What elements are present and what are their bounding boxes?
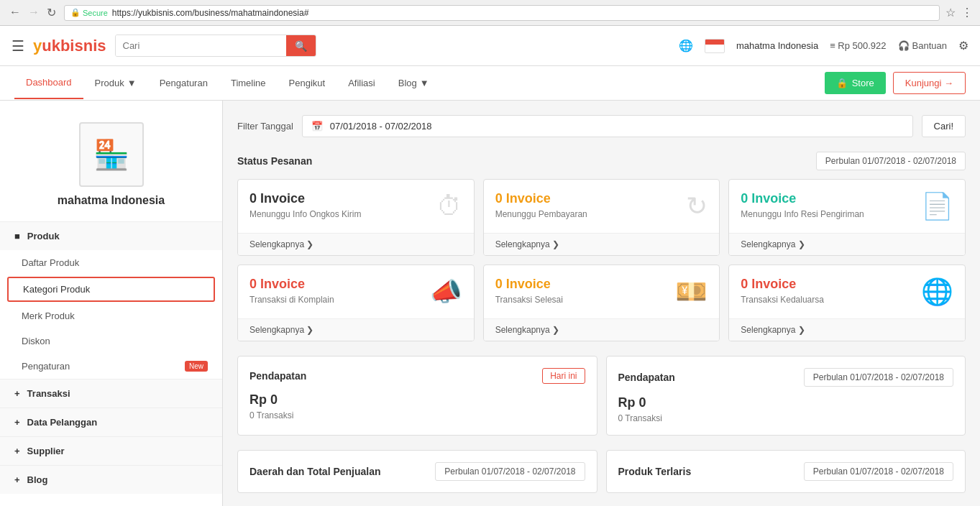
visit-button[interactable]: Kunjungi →	[893, 72, 966, 94]
minus-icon: ■	[14, 231, 20, 242]
back-icon[interactable]: ←	[7, 6, 23, 19]
sidebar-transaksi-label: Transaksi	[27, 388, 70, 399]
invoice-footer-4[interactable]: Selengkapnya ❯	[238, 318, 474, 341]
store-profile: 🏪 mahatma Indonesia	[0, 115, 222, 221]
invoice-count-6: 0 Invoice	[741, 277, 824, 292]
help-link[interactable]: 🎧 Bantuan	[898, 40, 947, 51]
main-content: Filter Tanggal 📅 07/01/2018 - 07/02/2018…	[223, 101, 980, 506]
sidebar-item-daftar-produk[interactable]: Daftar Produk	[0, 250, 222, 275]
nav-pengaturan[interactable]: Pengaturan	[148, 68, 219, 98]
invoice-card-pembayaran: 0 Invoice Menunggu Pembayaran ↻ Selengka…	[483, 179, 720, 256]
invoice-footer-3[interactable]: Selengkapnya ❯	[729, 233, 965, 255]
sidebar-section-supplier: + Supplier	[0, 436, 222, 465]
nav-action-buttons: 🔒 Store Kunjungi →	[825, 72, 966, 94]
logo[interactable]: yukbisnis	[33, 37, 106, 55]
sidebar-section-blog: + Blog	[0, 465, 222, 494]
nav-dashboard[interactable]: Dashboard	[14, 67, 83, 99]
revenue-today-amount: Rp 0	[249, 392, 585, 408]
invoice-desc-6: Transaksi Kedaluarsa	[741, 295, 824, 305]
sidebar-blog-header[interactable]: + Blog	[0, 466, 222, 494]
sidebar-supplier-header[interactable]: + Supplier	[0, 437, 222, 465]
invoice-card-ongkos-kirim: 0 Invoice Menunggu Info Ongkos Kirim ⏱ S…	[237, 179, 475, 256]
sidebar-pelanggan-header[interactable]: + Data Pelanggan	[0, 408, 222, 436]
invoice-count-3: 0 Invoice	[741, 191, 864, 206]
invoice-desc-3: Menunggu Info Resi Pengiriman	[741, 209, 864, 219]
sidebar-pelanggan-label: Data Pelanggan	[27, 417, 98, 428]
nav-pengikut[interactable]: Pengikut	[278, 68, 337, 98]
url-text: https://yukbisnis.com/business/mahatmain…	[112, 8, 308, 18]
revenue-today-title: Pendapatan	[249, 370, 306, 382]
sidebar-section-transaksi: + Transaksi	[0, 379, 222, 408]
browser-icons[interactable]: ☆ ⋮	[945, 6, 973, 19]
revenue-today-card: Pendapatan Hari ini Rp 0 0 Transaksi	[237, 356, 597, 436]
forward-icon[interactable]: →	[26, 6, 42, 19]
new-badge: New	[185, 361, 208, 372]
hamburger-icon[interactable]: ☰	[12, 37, 24, 55]
address-bar[interactable]: 🔒 Secure https://yukbisnis.com/business/…	[64, 5, 940, 21]
sidebar-item-merk-produk[interactable]: Merk Produk	[0, 303, 222, 328]
globe-icon[interactable]: 🌐	[679, 39, 693, 52]
refresh-icon: ↻	[686, 191, 707, 221]
logo-text: yukbisnis	[33, 37, 106, 55]
search-bar[interactable]: 🔍	[115, 34, 316, 57]
produk-terlaris-title: Produk Terlaris	[618, 466, 692, 477]
sidebar-store-name: mahatma Indonesia	[58, 194, 165, 207]
logo-rest: ukbisnis	[42, 37, 106, 55]
sidebar-item-kategori-produk[interactable]: Kategori Produk	[7, 277, 215, 302]
date-range-input[interactable]: 📅 07/01/2018 - 07/02/2018	[302, 115, 913, 137]
navbar-right: 🌐 mahatma Indonesia ≡ Rp 500.922 🎧 Bantu…	[679, 39, 968, 53]
revenue-monthly-amount: Rp 0	[618, 395, 954, 410]
sidebar-item-pengaturan[interactable]: Pengaturan New	[0, 354, 222, 379]
main-layout: 🏪 mahatma Indonesia ■ Produk Daftar Prod…	[0, 101, 980, 506]
invoice-count-2: 0 Invoice	[495, 191, 587, 206]
wallet-icon: 💴	[675, 277, 707, 307]
plus-transaksi-icon: +	[14, 388, 20, 399]
menu-icon[interactable]: ⋮	[961, 6, 973, 19]
today-badge: Hari ini	[542, 368, 585, 384]
status-pesanan-title: Status Pesanan	[237, 155, 312, 167]
settings-icon[interactable]: ⚙	[958, 39, 968, 52]
logo-y-letter: y	[33, 37, 42, 55]
filter-search-button[interactable]: Cari!	[922, 115, 966, 137]
search-input[interactable]	[116, 35, 286, 56]
invoice-desc-2: Menunggu Pembayaran	[495, 209, 587, 219]
daerah-card: Daerah dan Total Penjualan Perbulan 01/0…	[237, 450, 597, 493]
search-button[interactable]: 🔍	[286, 35, 316, 56]
sidebar-produk-header[interactable]: ■ Produk	[0, 222, 222, 250]
invoice-desc-4: Transaksi di Komplain	[249, 295, 334, 305]
invoice-footer-2[interactable]: Selengkapnya ❯	[484, 233, 720, 255]
sidebar-item-diskon[interactable]: Diskon	[0, 328, 222, 354]
invoice-card-resi: 0 Invoice Menunggu Info Resi Pengiriman …	[728, 179, 966, 256]
revenue-monthly-period: Perbulan 01/07/2018 - 02/07/2018	[804, 368, 953, 387]
browser-bar: ← → ↻ 🔒 Secure https://yukbisnis.com/bus…	[0, 0, 980, 26]
globe-expired-icon: 🌐	[921, 277, 953, 307]
invoice-footer-1[interactable]: Selengkapnya ❯	[238, 233, 474, 255]
clock-icon: ⏱	[436, 191, 462, 221]
invoice-footer-6[interactable]: Selengkapnya ❯	[729, 318, 965, 341]
nav-blog[interactable]: Blog ▼	[387, 68, 441, 98]
chevron-down-icon-blog: ▼	[420, 78, 429, 88]
invoice-card-komplain: 0 Invoice Transaksi di Komplain 📣 Seleng…	[237, 264, 475, 341]
revenue-monthly-transactions: 0 Transaksi	[618, 413, 954, 423]
browser-navigation[interactable]: ← → ↻	[7, 6, 58, 19]
sidebar-section-produk: ■ Produk Daftar Produk Kategori Produk M…	[0, 221, 222, 379]
bookmark-icon[interactable]: ☆	[945, 6, 956, 19]
nav-afiliasi[interactable]: Afiliasi	[336, 68, 387, 98]
chevron-down-icon: ▼	[127, 78, 137, 88]
sidebar-transaksi-header[interactable]: + Transaksi	[0, 380, 222, 408]
nav-produk[interactable]: Produk ▼	[83, 68, 148, 98]
invoice-footer-5[interactable]: Selengkapnya ❯	[484, 318, 720, 341]
store-name-label: mahatma Indonesia	[736, 40, 818, 51]
date-range-value: 07/01/2018 - 07/02/2018	[330, 121, 432, 132]
megaphone-icon: 📣	[430, 277, 462, 307]
invoice-card-selesai: 0 Invoice Transaksi Selesai 💴 Selengkapn…	[483, 264, 720, 341]
store-button[interactable]: 🔒 Store	[825, 72, 886, 94]
reload-icon[interactable]: ↻	[45, 6, 58, 19]
store-flag-icon[interactable]	[705, 39, 725, 53]
status-pesanan-header: Status Pesanan Perbulan 01/07/2018 - 02/…	[237, 152, 966, 170]
filter-bar: Filter Tanggal 📅 07/01/2018 - 07/02/2018…	[237, 115, 966, 137]
nav-timeline[interactable]: Timeline	[219, 68, 278, 98]
invoice-count-4: 0 Invoice	[249, 277, 334, 292]
bottom-grid: Daerah dan Total Penjualan Perbulan 01/0…	[237, 450, 966, 493]
invoice-desc-5: Transaksi Selesai	[495, 295, 563, 305]
